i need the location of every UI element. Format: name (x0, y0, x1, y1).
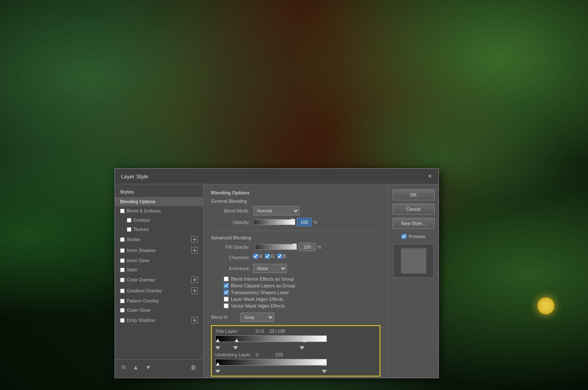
fill-opacity-slider[interactable] (255, 244, 297, 250)
knockout-label: Knockout: (211, 266, 253, 271)
plus-icon-drop-shadow[interactable]: + (191, 317, 198, 324)
checkbox-stroke[interactable] (120, 237, 125, 242)
dialog-titlebar: Layer Style × (115, 169, 438, 184)
fill-opacity-handle[interactable] (292, 244, 297, 247)
sidebar-item-inner-glow[interactable]: Inner Glow (115, 256, 203, 265)
layer-mask-hides-checkbox[interactable] (224, 297, 229, 302)
preview-label: Preview (409, 234, 425, 239)
channels-row: Channels: R G B (211, 254, 380, 261)
underlying-right-handle[interactable] (322, 362, 326, 366)
plus-icon-inner-shadow[interactable]: + (191, 247, 198, 254)
this-layer-v1: 0 (256, 329, 258, 334)
sidebar-item-satin[interactable]: Satin (115, 265, 203, 274)
vector-mask-hides-checkbox[interactable] (224, 303, 229, 308)
handle-mid-1[interactable] (233, 346, 238, 350)
blend-mode-row: Blend Mode: Normal Dissolve Multiply Scr… (211, 206, 380, 215)
sidebar-item-texture[interactable]: Texture (115, 225, 203, 234)
plus-icon-color-overlay[interactable]: + (191, 276, 198, 283)
channel-r-checkbox[interactable] (253, 254, 258, 259)
handle-left-1[interactable] (215, 346, 220, 350)
cancel-button[interactable]: Cancel (393, 204, 435, 215)
this-layer-left-handle[interactable] (216, 339, 220, 342)
opacity-row: Opacity: % (211, 218, 380, 226)
ok-button[interactable]: OK (393, 189, 435, 200)
sidebar-label-contour: Contour (134, 218, 198, 223)
this-layer-gradient-bar[interactable] (215, 335, 327, 342)
sidebar-item-pattern-overlay[interactable]: Pattern Overlay (115, 296, 203, 305)
checkbox-contour[interactable] (127, 218, 131, 223)
channel-b-checkbox[interactable] (277, 254, 282, 259)
sidebar-item-blending-options[interactable]: Blending Options (115, 197, 203, 206)
opacity-handle[interactable] (291, 219, 295, 222)
sidebar-item-bevel-emboss[interactable]: Bevel & Emboss (115, 206, 203, 215)
knockout-select[interactable]: None Shallow Deep (253, 264, 287, 273)
underlying-handles-row (215, 366, 327, 373)
blend-if-select[interactable]: Gray Red Green Blue (241, 313, 274, 322)
preview-checkbox-row: Preview (401, 234, 425, 239)
opacity-input[interactable] (297, 218, 312, 226)
move-up-icon[interactable]: ▲ (131, 363, 140, 371)
opacity-slider[interactable] (253, 219, 295, 225)
blend-mode-select[interactable]: Normal Dissolve Multiply Screen Overlay (253, 206, 299, 215)
plus-icon-gradient-overlay[interactable]: + (191, 287, 198, 294)
new-style-button[interactable]: New Style... (393, 218, 435, 229)
underlying-handle-right[interactable] (322, 370, 327, 373)
this-layer-mid-right-handle[interactable] (302, 339, 307, 342)
sidebar-item-stroke[interactable]: Stroke + (115, 234, 203, 245)
plus-icon-stroke[interactable]: + (191, 236, 198, 243)
checkbox-texture[interactable] (127, 227, 131, 232)
sidebar-footer: fx ▲ ▼ 🗑 (115, 359, 203, 374)
underlying-left-handle[interactable] (216, 362, 220, 366)
sidebar-label-outer-glow: Outer Glow (127, 308, 198, 313)
checkbox-satin[interactable] (120, 268, 125, 272)
sidebar-item-gradient-overlay[interactable]: Gradient Overlay + (115, 285, 203, 296)
sidebar-item-drop-shadow[interactable]: Drop Shadow + (115, 315, 203, 326)
preview-checkbox[interactable] (401, 234, 406, 239)
this-layer-mid-left-handle[interactable] (235, 339, 239, 342)
blend-if-label: Blend If: (211, 315, 241, 320)
sidebar-item-inner-shadow[interactable]: Inner Shadow + (115, 245, 203, 256)
fill-opacity-input[interactable] (299, 243, 315, 251)
checkbox-color-overlay[interactable] (120, 278, 125, 282)
channel-g-checkbox[interactable] (265, 254, 270, 259)
transparency-shapes-checkbox[interactable] (224, 290, 229, 295)
underlying-layer-slider-container (215, 359, 376, 366)
this-layer-label: This Layer: (215, 329, 253, 334)
sidebar-label-gradient-overlay: Gradient Overlay (127, 288, 191, 293)
opacity-percent: % (313, 220, 318, 225)
sidebar-label-color-overlay: Color Overlay (127, 277, 191, 282)
blend-interior-row: Blend Interior Effects as Group (211, 276, 380, 281)
checkbox-pattern-overlay[interactable] (120, 299, 125, 303)
channels-control: R G B (253, 254, 286, 259)
channel-r-group: R (253, 254, 262, 259)
preview-box (393, 244, 434, 278)
handle-right-1[interactable] (299, 346, 305, 350)
sidebar-label-drop-shadow: Drop Shadow (127, 318, 191, 323)
checkbox-bevel-emboss[interactable] (120, 209, 125, 213)
blend-clipped-row: Blend Clipped Layers as Group (211, 283, 380, 288)
move-down-icon[interactable]: ▼ (144, 363, 153, 371)
underlying-handle-left[interactable] (215, 370, 220, 373)
sidebar-label-pattern-overlay: Pattern Overlay (127, 298, 198, 303)
checkbox-inner-shadow[interactable] (120, 248, 125, 253)
blending-options-title: Blending Options (211, 190, 380, 195)
this-layer-v4: 198 (278, 329, 285, 334)
underlying-layer-gradient-bar[interactable] (215, 359, 327, 366)
close-button[interactable]: × (427, 173, 433, 180)
sidebar-item-contour[interactable]: Contour (115, 215, 203, 225)
checkbox-drop-shadow[interactable] (120, 318, 125, 323)
checkbox-gradient-overlay[interactable] (120, 289, 125, 293)
checkbox-outer-glow[interactable] (120, 308, 125, 313)
sidebar-item-outer-glow[interactable]: Outer Glow (115, 305, 203, 315)
sidebar-label-bevel-emboss: Bevel & Emboss (127, 208, 198, 213)
opacity-control: % (253, 218, 318, 226)
blend-clipped-checkbox[interactable] (224, 283, 229, 288)
delete-icon[interactable]: 🗑 (189, 363, 198, 371)
blend-interior-checkbox[interactable] (224, 276, 229, 281)
sidebar-item-color-overlay[interactable]: Color Overlay + (115, 274, 203, 285)
channels-label: Channels: (211, 255, 253, 260)
fx-icon[interactable]: fx (120, 363, 128, 371)
this-layer-space (265, 329, 268, 334)
this-layer-row: This Layer: 0 / 0 25 / 198 (215, 329, 376, 334)
checkbox-inner-glow[interactable] (120, 258, 125, 263)
